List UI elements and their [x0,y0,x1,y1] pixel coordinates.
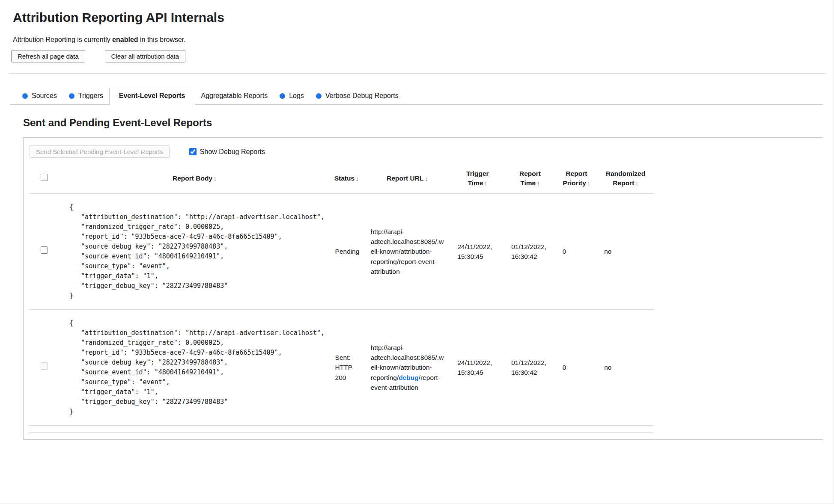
event-level-reports-panel: Send Selected Pending Event-Level Report… [23,137,823,440]
notification-dot-icon [316,93,322,99]
notification-dot-icon [69,93,74,99]
status-text-suffix: in this browser. [138,36,186,43]
row-select-cell [29,309,60,425]
section-heading: Sent and Pending Event-Level Reports [23,117,823,129]
show-debug-reports-toggle[interactable]: Show Debug Reports [189,148,265,156]
trigger-time: 24/11/2022, 15:30:45 [450,309,504,425]
toolbar: Refresh all page data Clear all attribut… [11,50,823,62]
tab-label: Triggers [78,92,103,100]
sort-icon: ↕ [537,180,540,187]
tab-label: Event-Level Reports [119,92,185,100]
tab-label: Sources [32,92,57,100]
tab-verbose-debug-reports[interactable]: Verbose Debug Reports [310,88,405,104]
status-text-prefix: Attribution Reporting is currently [13,36,112,43]
tab-label: Aggregatable Reports [201,92,268,100]
report-body-json: { "attribution_destination": "http://ara… [67,314,326,421]
column-header-report-url[interactable]: Report URL↕ [364,164,451,193]
sort-icon: ↕ [485,180,488,187]
show-debug-reports-label: Show Debug Reports [200,148,265,156]
table-header-row: Report Body↕ Status↕ Report URL↕ Trigger… [29,164,654,193]
report-body-json: { "attribution_destination": "http://ara… [67,198,326,305]
refresh-all-button[interactable]: Refresh all page data [11,50,85,62]
page-title: Attribution Reporting API Internals [13,10,823,25]
status-line: Attribution Reporting is currently enabl… [13,36,823,44]
select-all-header-cell [29,164,60,193]
notification-dot-icon [22,93,28,99]
report-body-cell: { "attribution_destination": "http://ara… [60,309,329,425]
attribution-internals-page: Attribution Reporting API Internals Attr… [0,0,834,504]
trigger-time: 24/11/2022, 15:30:45 [450,193,504,309]
sort-icon: ↕ [425,175,428,182]
report-time: 01/12/2022, 16:30:42 [504,193,556,309]
tab-triggers[interactable]: Triggers [63,88,109,104]
notification-dot-icon [280,93,285,99]
select-all-checkbox[interactable] [41,174,48,181]
report-time: 01/12/2022, 16:30:42 [504,309,556,425]
report-priority: 0 [556,309,597,425]
tab-aggregatable-reports[interactable]: Aggregatable Reports [195,88,274,104]
row-select-checkbox[interactable] [41,246,48,254]
divider [8,73,826,74]
send-selected-reports-button: Send Selected Pending Event-Level Report… [30,145,170,158]
sort-icon: ↕ [214,175,217,182]
sort-icon: ↕ [587,180,590,187]
column-header-randomized-report[interactable]: RandomizedReport↕ [597,164,654,193]
panel-controls: Send Selected Pending Event-Level Report… [29,143,818,162]
report-status: Pending [329,193,364,309]
clear-all-button[interactable]: Clear all attribution data [105,50,185,62]
report-row-sent: { "attribution_destination": "http://ara… [29,309,654,425]
reports-table: Report Body↕ Status↕ Report URL↕ Trigger… [29,164,654,433]
tab-label: Logs [289,92,304,100]
sort-icon: ↕ [635,180,638,187]
report-status: Sent: HTTP 200 [329,309,364,425]
report-url: http://arapi-adtech.localhost:8085/.well… [364,309,451,425]
column-header-trigger-time[interactable]: TriggerTime↕ [450,164,504,193]
status-enabled-text: enabled [112,36,138,43]
report-body-cell: { "attribution_destination": "http://ara… [60,193,329,309]
report-priority: 0 [556,193,597,309]
tab-logs[interactable]: Logs [274,88,310,104]
randomized-report: no [597,193,654,309]
tab-sources[interactable]: Sources [16,88,63,104]
tab-event-level-reports[interactable]: Event-Level Reports [109,88,195,105]
row-select-cell [29,193,60,309]
report-url: http://arapi-adtech.localhost:8085/.well… [364,193,451,309]
column-header-report-priority[interactable]: ReportPriority↕ [556,164,597,193]
debug-url-highlight: debug [399,374,419,381]
table-footer-spacer [29,425,654,432]
tab-strip: Sources Triggers Event-Level Reports Agg… [10,88,823,105]
column-header-status[interactable]: Status↕ [329,164,364,193]
randomized-report: no [597,309,654,425]
row-select-checkbox-disabled [41,362,48,370]
show-debug-reports-checkbox[interactable] [189,148,197,155]
tab-label: Verbose Debug Reports [325,92,399,100]
column-header-report-body[interactable]: Report Body↕ [60,164,329,193]
sort-icon: ↕ [356,175,359,182]
report-row-pending: { "attribution_destination": "http://ara… [29,193,654,309]
column-header-report-time[interactable]: ReportTime↕ [504,164,556,193]
